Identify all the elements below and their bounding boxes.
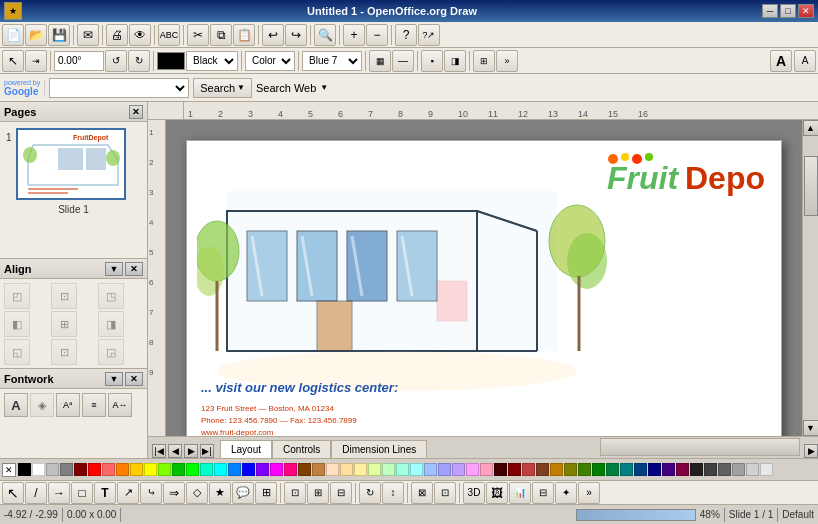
star-btn[interactable]: ★ <box>209 482 231 504</box>
align-right-top-btn[interactable]: ◳ <box>98 283 124 309</box>
print-button[interactable]: 🖨 <box>106 24 128 46</box>
effect-btn[interactable]: ✦ <box>555 482 577 504</box>
pages-close-button[interactable]: ✕ <box>129 105 143 119</box>
close-button[interactable]: ✕ <box>798 4 814 18</box>
tab-scrollbar[interactable] <box>600 438 800 456</box>
email-button[interactable]: ✉ <box>77 24 99 46</box>
tab-scroll-right-btn[interactable]: ▶ <box>804 444 818 458</box>
scroll-track[interactable] <box>803 136 818 420</box>
color-swatch[interactable] <box>200 463 213 476</box>
align-right-mid-btn[interactable]: ◨ <box>98 311 124 337</box>
align-btn-bottom[interactable]: ⊟ <box>330 482 352 504</box>
fontwork-close-btn[interactable]: ✕ <box>125 372 143 386</box>
pointer-btn[interactable]: ↖ <box>2 482 24 504</box>
chart-btn[interactable]: 📊 <box>509 482 531 504</box>
scroll-up-btn[interactable]: ▲ <box>803 120 819 136</box>
color-swatch[interactable] <box>172 463 185 476</box>
minimize-button[interactable]: ─ <box>762 4 778 18</box>
tab-prev-btn[interactable]: ◀ <box>168 444 182 458</box>
align-left-top-btn[interactable]: ◰ <box>4 283 30 309</box>
undo-button[interactable]: ↩ <box>262 24 284 46</box>
color-swatch[interactable] <box>648 463 661 476</box>
color-swatch[interactable] <box>634 463 647 476</box>
color-swatch[interactable] <box>620 463 633 476</box>
color-swatch[interactable] <box>410 463 423 476</box>
color-swatch[interactable] <box>550 463 563 476</box>
color-swatch[interactable] <box>592 463 605 476</box>
redo-button[interactable]: ↪ <box>285 24 307 46</box>
color-swatch[interactable] <box>102 463 115 476</box>
color-swatch[interactable] <box>718 463 731 476</box>
help2-button[interactable]: ?↗ <box>418 24 440 46</box>
search-button[interactable]: Search ▼ <box>193 78 252 98</box>
color-swatch[interactable] <box>74 463 87 476</box>
color-swatch[interactable] <box>326 463 339 476</box>
color-swatch[interactable] <box>228 463 241 476</box>
font-size-small[interactable]: A <box>794 50 816 72</box>
tab-next-btn[interactable]: ▶ <box>184 444 198 458</box>
rect-btn[interactable]: □ <box>71 482 93 504</box>
color-swatch[interactable] <box>480 463 493 476</box>
select-button[interactable]: ↖ <box>2 50 24 72</box>
color-swatch[interactable] <box>88 463 101 476</box>
fw-btn-2[interactable]: ◈ <box>30 393 54 417</box>
color-swatch[interactable] <box>424 463 437 476</box>
maximize-button[interactable]: □ <box>780 4 796 18</box>
color-swatch[interactable] <box>270 463 283 476</box>
color-swatch[interactable] <box>46 463 59 476</box>
snap-btn[interactable]: ⊡ <box>284 482 306 504</box>
save-button[interactable]: 💾 <box>48 24 70 46</box>
fw-btn-4[interactable]: ≡ <box>82 393 106 417</box>
new-button[interactable]: 📄 <box>2 24 24 46</box>
color-swatch[interactable] <box>144 463 157 476</box>
grid-btn[interactable]: ⊞ <box>307 482 329 504</box>
color-swatch[interactable] <box>438 463 451 476</box>
color-swatch[interactable] <box>662 463 675 476</box>
ungroup-btn[interactable]: ⊡ <box>434 482 456 504</box>
flip-btn[interactable]: ↕ <box>382 482 404 504</box>
rotation-input[interactable]: 0.00° <box>54 51 104 71</box>
align-menu-btn[interactable]: ▼ <box>105 262 123 276</box>
align-center-mid-btn[interactable]: ⊞ <box>51 311 77 337</box>
align-center-top-btn[interactable]: ⊡ <box>51 283 77 309</box>
color-swatch[interactable] <box>298 463 311 476</box>
color-swatch[interactable] <box>732 463 745 476</box>
color-swatch[interactable] <box>704 463 717 476</box>
line-button[interactable]: — <box>392 50 414 72</box>
open-button[interactable]: 📂 <box>25 24 47 46</box>
color-swatch[interactable] <box>186 463 199 476</box>
color-name-select[interactable]: Black <box>186 51 238 71</box>
shadow2-button[interactable]: ◨ <box>444 50 466 72</box>
color-swatch[interactable] <box>522 463 535 476</box>
text-btn[interactable]: T <box>94 482 116 504</box>
color-swatch[interactable] <box>242 463 255 476</box>
color-swatch[interactable] <box>116 463 129 476</box>
blue-select[interactable]: Blue 7 <box>302 51 362 71</box>
align-left-mid-btn[interactable]: ◧ <box>4 311 30 337</box>
more-shapes-btn[interactable]: ⊞ <box>255 482 277 504</box>
fw-btn-1[interactable]: A <box>4 393 28 417</box>
color-swatch[interactable] <box>466 463 479 476</box>
3d-btn[interactable]: 3D <box>463 482 485 504</box>
palette-x-button[interactable]: ✕ <box>2 463 16 477</box>
color-swatch[interactable] <box>32 463 45 476</box>
rotate-right-btn[interactable]: ↻ <box>128 50 150 72</box>
find-button[interactable]: 🔍 <box>314 24 336 46</box>
color-box[interactable] <box>157 52 185 70</box>
tab-last-btn[interactable]: ▶| <box>200 444 214 458</box>
color-swatch[interactable] <box>158 463 171 476</box>
color-swatch[interactable] <box>130 463 143 476</box>
fw-btn-3[interactable]: Aᵃ <box>56 393 80 417</box>
color-swatch[interactable] <box>60 463 73 476</box>
color-swatch[interactable] <box>564 463 577 476</box>
color-swatch[interactable] <box>256 463 269 476</box>
color-swatch[interactable] <box>214 463 227 476</box>
color-swatch[interactable] <box>452 463 465 476</box>
color-swatch[interactable] <box>18 463 31 476</box>
shadow-button[interactable]: ▪ <box>421 50 443 72</box>
slide-thumbnail[interactable]: FruitDepot <box>16 128 126 200</box>
zoom-out-button[interactable]: − <box>366 24 388 46</box>
line-draw-btn[interactable]: / <box>25 482 47 504</box>
color-swatch[interactable] <box>354 463 367 476</box>
help-button[interactable]: ? <box>395 24 417 46</box>
